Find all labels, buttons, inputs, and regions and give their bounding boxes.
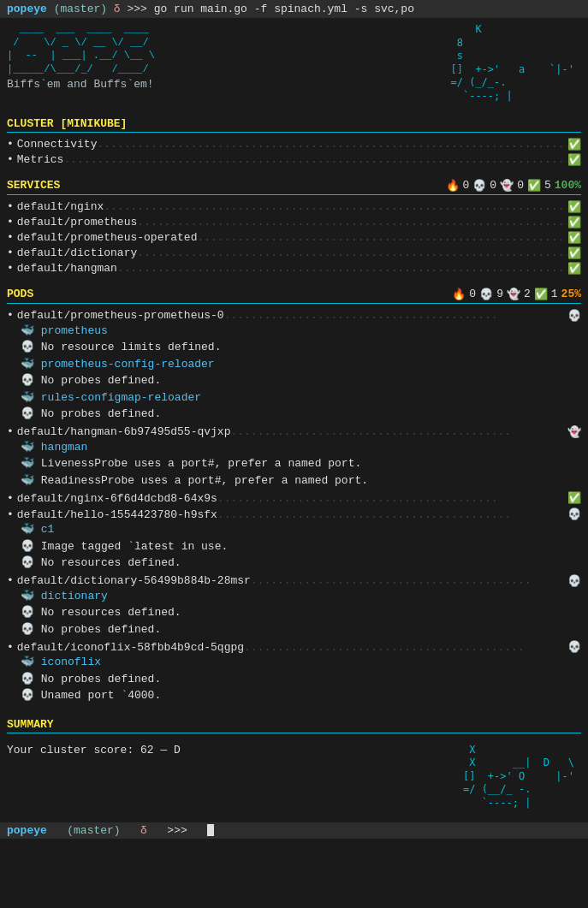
cluster-header: CLUSTER [MINIKUBE] <box>7 117 581 130</box>
pods-stats: 🔥 0 💀 9 👻 2 ✅ 1 25% <box>452 288 581 301</box>
services-divider <box>7 194 581 195</box>
services-check-count: 5 <box>544 179 551 192</box>
pod-nginx: • default/nginx-6f6d4dcbd8-64x9s .......… <box>7 491 581 505</box>
cluster-section: CLUSTER [MINIKUBE] • Connectivity ......… <box>7 117 581 167</box>
services-skull-count: 0 <box>490 179 496 192</box>
pods-fire-count: 0 <box>469 288 476 300</box>
pod-hangman: • default/hangman-6b97495d55-qvjxp .....… <box>7 425 581 490</box>
top-header: popeye (master) δ >>> go run main.go -f … <box>0 0 588 18</box>
service-hangman: • default/hangman ......................… <box>7 262 581 276</box>
bottom-app: popeye <box>7 824 47 837</box>
delta-symbol: δ <box>114 3 121 15</box>
pods-ghost-count: 2 <box>524 288 531 300</box>
summary-header: SUMMARY <box>7 718 581 731</box>
cluster-divider <box>7 132 581 133</box>
service-nginx: • default/nginx ........................… <box>7 200 581 214</box>
pods-section: PODS 🔥 0 💀 9 👻 2 ✅ 1 25% • defa <box>7 288 581 704</box>
pod-iconoflix: • default/iconoflix-58fbb4b9cd-5qgpg ...… <box>7 640 581 704</box>
ascii-logo: ____ ___ ____ ____ / \/ _ \/ __ \/ __/ |… <box>7 23 155 104</box>
cursor <box>207 824 214 836</box>
pods-header: PODS <box>7 288 33 300</box>
service-prometheus-operated: • default/prometheus-operated ..........… <box>7 231 581 245</box>
branch-name: (master) <box>54 3 107 15</box>
connectivity-status: ✅ <box>567 138 581 151</box>
services-ghost-count: 0 <box>517 179 524 192</box>
main-content: ____ ___ ____ ____ / \/ _ \/ __ \/ __/ |… <box>0 18 588 816</box>
fish-ascii: K 8 s [] +->' a `|-' =/ (_/_-. `----; | <box>438 23 574 104</box>
bottom-branch: (master) <box>67 824 120 837</box>
bottom-prompt: popeye (master) δ >>> <box>0 822 588 839</box>
pod-prometheus-0: • default/prometheus-prometheus-0 ......… <box>7 309 581 423</box>
services-percent: 100% <box>555 179 581 192</box>
bottom-arrows: >>> <box>167 824 187 837</box>
cluster-connectivity: • Connectivity .........................… <box>7 138 581 151</box>
cluster-metrics: • Metrics ..............................… <box>7 153 581 167</box>
summary-score: Your cluster score: 62 — D <box>7 744 181 757</box>
services-stats: 🔥 0 💀 0 👻 0 ✅ 5 100% <box>446 179 581 193</box>
command-text: go run main.go -f spinach.yml -s svc,po <box>154 3 414 15</box>
service-dictionary: • default/dictionary ...................… <box>7 246 581 260</box>
tagline: Biffs`em and Buffs`em! <box>7 78 155 91</box>
summary-section: SUMMARY Your cluster score: 62 — D X X _… <box>7 718 581 810</box>
summary-divider <box>7 733 581 733</box>
terminal: popeye (master) δ >>> go run main.go -f … <box>0 0 588 839</box>
pods-skull-count: 9 <box>496 288 503 300</box>
services-section: SERVICES 🔥 0 💀 0 👻 0 ✅ 5 100% • default/… <box>7 179 581 276</box>
prompt-arrows: >>> <box>127 3 146 15</box>
pod-dictionary: • default/dictionary-56499b884b-28msr ..… <box>7 574 581 638</box>
bottom-delta: δ <box>140 824 147 837</box>
metrics-status: ✅ <box>567 153 581 167</box>
services-fire-count: 0 <box>463 179 470 192</box>
pod-hello: • default/hello-1554423780-h9sfx .......… <box>7 507 581 572</box>
pods-check-count: 1 <box>551 288 558 300</box>
pods-percent: 25% <box>561 288 581 300</box>
pods-divider <box>7 303 581 304</box>
app-name: popeye <box>7 3 47 15</box>
services-header: SERVICES <box>7 179 60 192</box>
service-prometheus: • default/prometheus ...................… <box>7 216 581 229</box>
summary-ascii: X X __| D \ [] +->' O |-' =/ (__/_ -. `-… <box>413 744 574 810</box>
